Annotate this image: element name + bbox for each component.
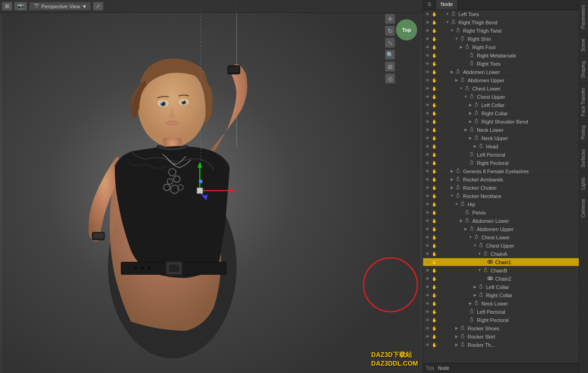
eye-icon[interactable]: 👁: [424, 259, 430, 266]
vertical-tab-scene[interactable]: Scene: [579, 34, 588, 56]
expand-button[interactable]: ▶: [464, 128, 468, 132]
eye-icon[interactable]: 👁: [424, 325, 430, 332]
hand-icon[interactable]: ✋: [431, 267, 437, 274]
tree-row[interactable]: 👁✋▼Right Thigh Bend: [423, 18, 579, 27]
hand-icon[interactable]: ✋: [431, 94, 437, 100]
hand-icon[interactable]: ✋: [431, 251, 437, 257]
tree-row[interactable]: 👁✋▼Rocker Necklace: [423, 192, 579, 200]
expand-button[interactable]: [464, 310, 468, 314]
hand-icon[interactable]: ✋: [431, 333, 437, 340]
hand-icon[interactable]: ✋: [431, 234, 437, 241]
expand-button[interactable]: [464, 153, 468, 157]
tree-row[interactable]: 👁✋▶Abdomen Lower: [423, 68, 579, 76]
hand-icon[interactable]: ✋: [431, 85, 437, 92]
expand-button[interactable]: ▼: [450, 194, 454, 198]
eye-icon[interactable]: 👁: [424, 317, 430, 323]
hand-icon[interactable]: ✋: [431, 77, 437, 84]
hand-icon[interactable]: ✋: [431, 36, 437, 42]
expand-button[interactable]: ▼: [459, 86, 464, 91]
hand-icon[interactable]: ✋: [431, 152, 437, 158]
vertical-tab-surfaces[interactable]: Surfaces: [579, 144, 588, 172]
hand-icon[interactable]: ✋: [431, 317, 437, 323]
eye-icon[interactable]: 👁: [424, 152, 430, 158]
expand-button[interactable]: [482, 260, 486, 265]
move-tool[interactable]: ✛: [385, 14, 395, 24]
panel-tab-node[interactable]: Node: [436, 0, 458, 10]
eye-icon[interactable]: 👁: [424, 284, 430, 290]
tree-row[interactable]: 👁✋ Pelvis: [423, 209, 579, 217]
tree-row[interactable]: 👁✋ Right Pectoral: [423, 316, 579, 324]
tree-row[interactable]: 👁✋▶Rocker Shoes: [423, 324, 579, 333]
vertical-tab-cameras[interactable]: Cameras: [579, 194, 588, 222]
expand-button[interactable]: ▶: [468, 119, 473, 124]
expand-button[interactable]: [482, 277, 486, 281]
eye-icon[interactable]: 👁: [424, 135, 430, 141]
tree-row[interactable]: 👁✋▶Rocker Armbands: [423, 175, 579, 184]
eye-icon[interactable]: 👁: [424, 19, 430, 26]
tree-row[interactable]: 👁✋▶Neck Lower: [423, 300, 579, 308]
hand-icon[interactable]: ✋: [431, 300, 437, 307]
eye-icon[interactable]: 👁: [424, 201, 430, 208]
eye-icon[interactable]: 👁: [424, 243, 430, 249]
eye-icon[interactable]: 👁: [424, 176, 430, 183]
eye-icon[interactable]: 👁: [424, 143, 430, 150]
scale-tool[interactable]: ⤡: [385, 38, 395, 48]
grid-icon-btn[interactable]: ⊞: [2, 2, 12, 11]
eye-icon[interactable]: 👁: [424, 193, 430, 199]
expand-button[interactable]: ▼: [468, 235, 473, 240]
eye-icon[interactable]: 👁: [424, 267, 430, 274]
eye-icon[interactable]: 👁: [424, 292, 430, 299]
scene-tree[interactable]: 👁✋▼Left Toes👁✋▼Right Thigh Bend👁✋▼Right …: [423, 10, 579, 363]
expand-button[interactable]: [459, 210, 464, 215]
expand-button[interactable]: ▶: [468, 111, 473, 116]
footer-tab-tips[interactable]: Tips: [426, 366, 435, 371]
eye-icon[interactable]: 👁: [424, 77, 430, 84]
expand-button[interactable]: ▶: [464, 227, 468, 232]
eye-icon[interactable]: 👁: [424, 342, 430, 348]
footer-tab-node[interactable]: Node: [438, 366, 449, 371]
hand-icon[interactable]: ✋: [431, 61, 437, 67]
eye-icon[interactable]: 👁: [424, 44, 430, 51]
expand-button[interactable]: ▶: [473, 144, 477, 149]
expand-button[interactable]: ▼: [473, 243, 477, 248]
hand-icon[interactable]: ✋: [431, 218, 437, 224]
eye-icon[interactable]: 👁: [424, 28, 430, 34]
eye-icon[interactable]: 👁: [424, 127, 430, 133]
eye-icon[interactable]: 👁: [424, 11, 430, 17]
expand-button[interactable]: ▶: [468, 136, 473, 141]
expand-button[interactable]: ▼: [445, 12, 450, 17]
eye-icon[interactable]: 👁: [424, 61, 430, 67]
tree-row[interactable]: 👁✋▶Right Collar: [423, 291, 579, 300]
expand-button[interactable]: ▶: [454, 78, 459, 83]
eye-icon[interactable]: 👁: [424, 333, 430, 340]
hand-icon[interactable]: ✋: [431, 185, 437, 191]
expand-button[interactable]: ▶: [473, 285, 477, 289]
eye-icon[interactable]: 👁: [424, 300, 430, 307]
eye-icon[interactable]: 👁: [424, 119, 430, 125]
eye-icon[interactable]: 👁: [424, 160, 430, 166]
hand-icon[interactable]: ✋: [431, 193, 437, 199]
eye-icon[interactable]: 👁: [424, 102, 430, 108]
expand-button[interactable]: ▼: [454, 37, 459, 41]
expand-button[interactable]: ▼: [464, 95, 468, 99]
vertical-tab-lights[interactable]: Lights: [579, 172, 588, 194]
tree-row[interactable]: 👁✋▼Hip: [423, 200, 579, 209]
hand-icon[interactable]: ✋: [431, 309, 437, 315]
tree-row[interactable]: 👁✋ Left Pectoral: [423, 308, 579, 316]
tree-row[interactable]: 👁✋▼Chest Upper: [423, 242, 579, 250]
hand-icon[interactable]: ✋: [431, 201, 437, 208]
expand-button[interactable]: ▶: [450, 177, 454, 182]
hand-icon[interactable]: ✋: [431, 127, 437, 133]
hand-icon[interactable]: ✋: [431, 135, 437, 141]
top-view-button[interactable]: Top: [395, 18, 418, 41]
tree-row[interactable]: 👁✋▶Right Foot: [423, 43, 579, 51]
expand-button[interactable]: [464, 62, 468, 66]
expand-button[interactable]: [464, 53, 468, 58]
tree-row[interactable]: 👁✋▼Left Toes: [423, 10, 579, 18]
vertical-tab-parameters[interactable]: Parameters: [579, 0, 588, 34]
hand-icon[interactable]: ✋: [431, 325, 437, 332]
expand-button[interactable]: ▶: [450, 186, 454, 190]
expand-button[interactable]: ▶: [450, 169, 454, 174]
hand-icon[interactable]: ✋: [431, 119, 437, 125]
perspective-dropdown[interactable]: 🎬 Perspective View ▼: [29, 2, 91, 11]
